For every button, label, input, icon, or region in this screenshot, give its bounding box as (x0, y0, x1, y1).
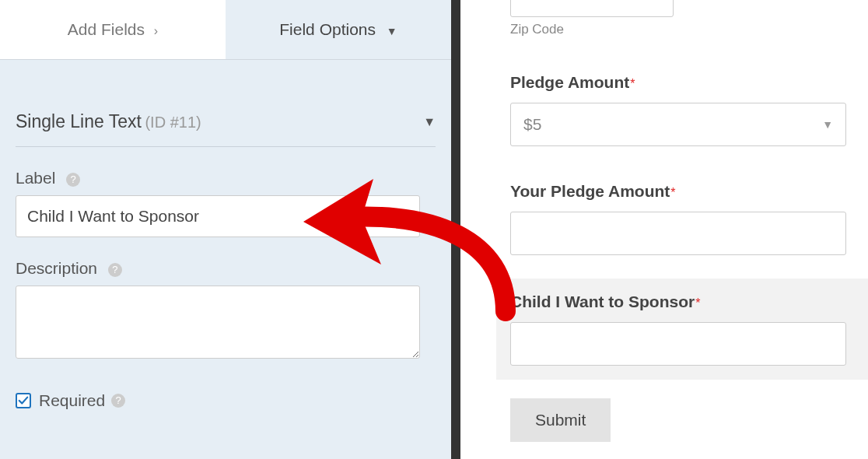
field-header[interactable]: Single Line Text (ID #11) ▼ (16, 74, 436, 147)
help-icon[interactable]: ? (111, 394, 125, 408)
selected-field-highlight[interactable]: Child I Want to Sponsor* (496, 279, 868, 380)
help-icon[interactable]: ? (108, 263, 122, 277)
chevron-down-icon: ▼ (423, 115, 436, 129)
required-checkbox[interactable] (16, 393, 31, 408)
your-pledge-input[interactable] (510, 212, 846, 255)
label-heading: Label ? (16, 169, 436, 187)
pledge-amount-label: Pledge Amount (510, 73, 629, 91)
description-heading: Description ? (16, 259, 436, 278)
zip-code-input[interactable] (510, 0, 674, 17)
form-preview: Zip Code Pledge Amount* $5 ▼ Your Pledge… (460, 0, 868, 459)
your-pledge-group: Your Pledge Amount* (510, 182, 846, 255)
description-input[interactable] (16, 286, 420, 359)
child-sponsor-input[interactable] (510, 322, 846, 366)
required-row[interactable]: Required ? (16, 391, 436, 410)
panel-body: Single Line Text (ID #11) ▼ Label ? Desc… (0, 60, 451, 424)
tab-add-fields-label: Add Fields (68, 20, 145, 38)
pledge-amount-group: Pledge Amount* $5 ▼ (510, 73, 846, 146)
pledge-amount-value: $5 (523, 115, 541, 134)
sidebar-tabs: Add Fields › Field Options ▼ (0, 0, 451, 60)
field-options-sidebar: Add Fields › Field Options ▼ Single Line… (0, 0, 451, 459)
your-pledge-label: Your Pledge Amount (510, 182, 670, 200)
help-icon[interactable]: ? (66, 173, 80, 187)
label-input[interactable] (16, 195, 420, 237)
chevron-down-icon: ▼ (822, 118, 833, 131)
required-asterisk: * (630, 77, 635, 90)
label-heading-text: Label (16, 169, 55, 187)
chevron-right-icon: › (154, 24, 158, 38)
app-container: Add Fields › Field Options ▼ Single Line… (0, 0, 868, 459)
tab-add-fields[interactable]: Add Fields › (0, 0, 226, 59)
tab-field-options[interactable]: Field Options ▼ (226, 0, 451, 59)
field-type-title: Single Line Text (16, 111, 142, 131)
check-icon (18, 395, 29, 406)
description-heading-text: Description (16, 259, 97, 277)
panel-divider (451, 0, 460, 459)
chevron-down-icon: ▼ (387, 25, 397, 37)
field-id: (ID #11) (145, 114, 201, 131)
child-sponsor-label: Child I Want to Sponsor (510, 293, 695, 310)
pledge-amount-select[interactable]: $5 ▼ (510, 103, 846, 146)
required-label: Required (39, 391, 105, 410)
field-title-wrap: Single Line Text (ID #11) (16, 111, 201, 132)
required-asterisk: * (670, 186, 675, 199)
tab-field-options-label: Field Options (279, 20, 376, 38)
required-asterisk: * (695, 296, 700, 310)
zip-code-label: Zip Code (510, 22, 846, 37)
submit-button[interactable]: Submit (510, 398, 611, 442)
